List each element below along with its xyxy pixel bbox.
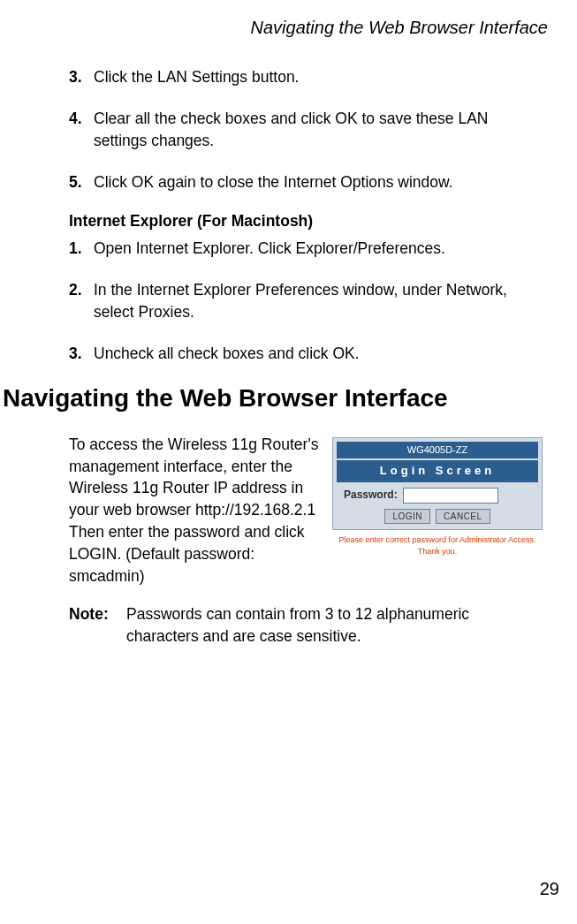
login-screenshot-box: WG4005D-ZZ Login Screen Password: LOGIN … xyxy=(332,437,543,557)
step-item: 4. Clear all the check boxes and click O… xyxy=(69,108,543,152)
login-button-row: LOGIN CANCEL xyxy=(337,509,538,524)
page-number: 29 xyxy=(540,879,559,899)
step-text: Click OK again to close the Internet Opt… xyxy=(94,171,543,193)
step-item: 1. Open Internet Explorer. Click Explore… xyxy=(69,238,543,260)
paragraph-with-image: WG4005D-ZZ Login Screen Password: LOGIN … xyxy=(69,434,543,587)
subheading-ie-mac: Internet Explorer (For Macintosh) xyxy=(69,212,543,231)
login-footer-text: Please enter correct password for Admini… xyxy=(332,534,543,557)
cancel-button[interactable]: CANCEL xyxy=(436,509,490,524)
running-header: Navigating the Web Browser Interface xyxy=(3,18,548,38)
step-number: 3. xyxy=(69,343,94,365)
step-item: 3. Click the LAN Settings button. xyxy=(69,66,543,88)
intro-paragraph: To access the Wireless 11g Router's mana… xyxy=(69,435,319,585)
note-label: Note: xyxy=(69,603,126,648)
navigating-section: Navigating the Web Browser Interface WG4… xyxy=(3,384,555,648)
step-text: Click the LAN Settings button. xyxy=(94,66,543,88)
step-item: 3. Uncheck all check boxes and click OK. xyxy=(69,343,543,365)
step-text: Clear all the check boxes and click OK t… xyxy=(94,108,543,152)
step-number: 3. xyxy=(69,66,94,88)
login-password-row: Password: xyxy=(337,488,538,504)
step-text: Open Internet Explorer. Click Explorer/P… xyxy=(94,238,543,260)
login-screen-label: Login Screen xyxy=(337,460,538,481)
login-button[interactable]: LOGIN xyxy=(384,509,430,524)
step-number: 5. xyxy=(69,171,94,193)
step-number: 1. xyxy=(69,238,94,260)
password-input[interactable] xyxy=(403,488,498,504)
content-block-a: 3. Click the LAN Settings button. 4. Cle… xyxy=(3,66,555,365)
password-label: Password: xyxy=(344,488,398,503)
login-screenshot: WG4005D-ZZ Login Screen Password: LOGIN … xyxy=(332,437,543,557)
paragraph-block: WG4005D-ZZ Login Screen Password: LOGIN … xyxy=(3,434,555,648)
step-number: 4. xyxy=(69,108,94,152)
login-window-title: WG4005D-ZZ xyxy=(337,442,538,459)
note-row: Note: Passwords can contain from 3 to 12… xyxy=(69,603,543,648)
step-text: In the Internet Explorer Preferences win… xyxy=(94,279,543,323)
step-text: Uncheck all check boxes and click OK. xyxy=(94,343,543,365)
login-panel: WG4005D-ZZ Login Screen Password: LOGIN … xyxy=(332,437,543,530)
step-item: 5. Click OK again to close the Internet … xyxy=(69,171,543,193)
step-item: 2. In the Internet Explorer Preferences … xyxy=(69,279,543,323)
step-number: 2. xyxy=(69,279,94,323)
note-text: Passwords can contain from 3 to 12 alpha… xyxy=(126,603,543,648)
section-heading: Navigating the Web Browser Interface xyxy=(3,384,555,413)
